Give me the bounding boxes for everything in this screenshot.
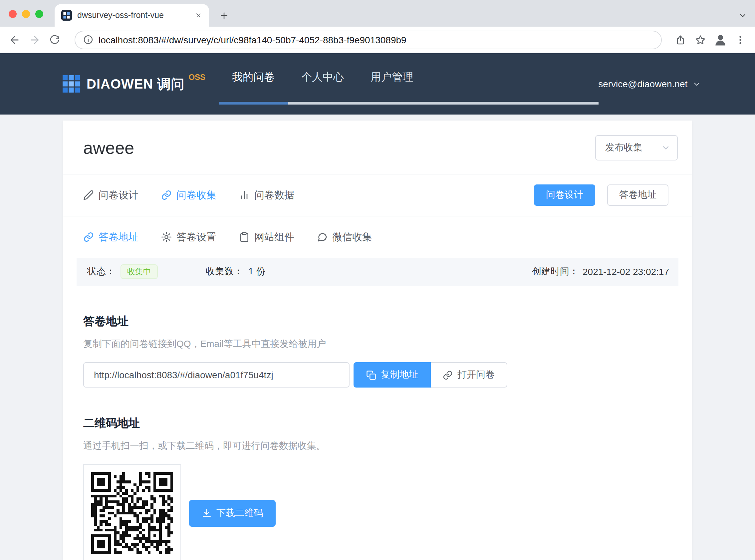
- subtab-site-widget[interactable]: 网站组件: [239, 231, 294, 243]
- browser-window: dwsurvey-oss-front-vue localhost:8083/#/…: [0, 0, 755, 560]
- tab-survey-design[interactable]: 问卷设计: [83, 189, 139, 201]
- qr-code: [83, 464, 181, 560]
- collect-count: 收集数： 1 份: [206, 266, 265, 278]
- tab-favicon-icon: [61, 10, 72, 21]
- zoom-window-button[interactable]: [35, 10, 43, 18]
- collect-count-value: 1 份: [248, 266, 265, 278]
- site-info-icon[interactable]: [83, 35, 93, 45]
- url-text: localhost:8083/#/dw/survey/c/url/c98fa14…: [99, 34, 406, 45]
- reload-button[interactable]: [45, 30, 64, 49]
- close-window-button[interactable]: [9, 10, 17, 18]
- tab-title: dwsurvey-oss-front-vue: [77, 11, 192, 20]
- answer-url-button[interactable]: 答卷地址: [607, 184, 669, 206]
- copy-icon: [366, 370, 376, 380]
- subtab-label: 答卷地址: [99, 231, 139, 243]
- publish-collect-select[interactable]: 发布收集: [595, 135, 678, 160]
- tab-search-chevron-icon[interactable]: [738, 11, 747, 20]
- brand-logo[interactable]: DIAOWEN 调问 OSS: [63, 53, 205, 115]
- select-value: 发布收集: [605, 142, 642, 154]
- brand-name: DIAOWEN 调问: [86, 75, 184, 93]
- card-header: aweee 发布收集: [63, 121, 692, 174]
- qr-heading: 二维码地址: [83, 416, 672, 431]
- chevron-down-icon: [692, 80, 701, 88]
- tab-survey-collect[interactable]: 问卷收集: [161, 189, 217, 201]
- created-time: 创建时间： 2021-12-02 23:02:17: [532, 266, 669, 278]
- gear-icon: [161, 232, 172, 242]
- subtab-label: 答卷设置: [177, 231, 217, 243]
- collect-subtab-row: 答卷地址 答卷设置 网站组件: [63, 216, 692, 258]
- diaowen-logo-icon: [63, 75, 80, 93]
- download-icon: [202, 508, 212, 518]
- pencil-icon: [83, 190, 94, 200]
- wechat-icon: [317, 232, 328, 242]
- nav-label: 用户管理: [370, 71, 413, 84]
- share-button[interactable]: [671, 30, 690, 49]
- url-button-group: 复制地址 打开问卷: [353, 362, 507, 387]
- chevron-down-icon: [661, 143, 670, 153]
- answer-url-section: 答卷地址 复制下面的问卷链接到QQ，Email等工具中直接发给被用户 复制地址: [63, 314, 692, 387]
- survey-card: aweee 发布收集 问卷设计: [63, 121, 692, 560]
- bookmark-star-button[interactable]: [691, 30, 710, 49]
- answer-url-row: 复制地址 打开问卷: [83, 362, 672, 387]
- nav-label: 我的问卷: [232, 71, 274, 84]
- subtab-label: 微信收集: [332, 231, 372, 243]
- brand-oss-badge: OSS: [188, 73, 205, 82]
- back-button[interactable]: [5, 30, 24, 49]
- new-tab-button[interactable]: [215, 6, 233, 25]
- subtab-answer-url[interactable]: 答卷地址: [83, 231, 139, 243]
- subtab-wechat-collect[interactable]: 微信收集: [317, 231, 372, 243]
- main-nav: 我的问卷 个人中心 用户管理: [219, 53, 598, 104]
- survey-title: aweee: [83, 138, 134, 158]
- profile-button[interactable]: [711, 30, 730, 49]
- forward-button[interactable]: [25, 30, 44, 49]
- qr-row: 下载二维码: [83, 464, 672, 560]
- survey-design-button[interactable]: 问卷设计: [534, 184, 595, 206]
- open-survey-label: 打开问卷: [457, 369, 495, 381]
- tab-label: 问卷收集: [177, 189, 217, 201]
- status-bar: 状态： 收集中 收集数： 1 份 创建时间： 2021-12-02 23:02:…: [77, 258, 678, 286]
- answer-url-description: 复制下面的问卷链接到QQ，Email等工具中直接发给被用户: [83, 338, 672, 350]
- address-bar[interactable]: localhost:8083/#/dw/survey/c/url/c98fa14…: [75, 30, 662, 49]
- open-survey-button[interactable]: 打开问卷: [431, 362, 507, 387]
- nav-item-user-management[interactable]: 用户管理: [357, 53, 426, 102]
- survey-tab-row: 问卷设计 问卷收集 问卷数据 问卷设计 答卷地址: [63, 175, 692, 216]
- browser-menu-button[interactable]: [731, 30, 750, 49]
- link-icon: [443, 370, 453, 380]
- tab-survey-data[interactable]: 问卷数据: [239, 189, 294, 201]
- collect-count-label: 收集数：: [206, 266, 243, 278]
- qr-description: 通过手机扫一扫，或下载二维码，即可进行问卷数据收集。: [83, 440, 672, 452]
- tab-strip: dwsurvey-oss-front-vue: [0, 0, 755, 27]
- download-qr-label: 下载二维码: [217, 507, 263, 519]
- window-controls: [9, 10, 43, 18]
- browser-tab[interactable]: dwsurvey-oss-front-vue: [55, 4, 209, 27]
- created-time-value: 2021-12-02 23:02:17: [583, 266, 669, 277]
- status-badge: 收集中: [121, 264, 158, 279]
- tab-close-icon[interactable]: [192, 9, 204, 21]
- answer-url-heading: 答卷地址: [83, 314, 672, 329]
- app-header: DIAOWEN 调问 OSS 我的问卷 个人中心 用户管理 service@di…: [0, 53, 755, 115]
- nav-item-personal-center[interactable]: 个人中心: [288, 53, 357, 102]
- subtab-answer-settings[interactable]: 答卷设置: [161, 231, 217, 243]
- user-email: service@diaowen.net: [598, 79, 688, 89]
- tab-label: 问卷数据: [254, 189, 294, 201]
- user-account-dropdown[interactable]: service@diaowen.net: [598, 53, 701, 115]
- tab-label: 问卷设计: [99, 189, 139, 201]
- widget-icon: [239, 232, 250, 242]
- subtab-label: 网站组件: [254, 231, 294, 243]
- minimize-window-button[interactable]: [22, 10, 30, 18]
- qr-section: 二维码地址 通过手机扫一扫，或下载二维码，即可进行问卷数据收集。 下载二维码: [63, 416, 692, 560]
- chart-icon: [239, 190, 250, 200]
- browser-toolbar: localhost:8083/#/dw/survey/c/url/c98fa14…: [0, 27, 755, 53]
- copy-url-label: 复制地址: [381, 369, 418, 381]
- link-icon: [161, 190, 172, 200]
- copy-url-button[interactable]: 复制地址: [353, 362, 431, 387]
- status-label: 状态：: [87, 266, 115, 278]
- download-qr-button[interactable]: 下载二维码: [189, 500, 276, 526]
- link-icon: [83, 232, 94, 242]
- nav-label: 个人中心: [301, 71, 344, 84]
- nav-item-my-surveys[interactable]: 我的问卷: [219, 53, 288, 102]
- page-background: aweee 发布收集 问卷设计: [0, 115, 755, 560]
- answer-url-input[interactable]: [83, 362, 349, 387]
- created-time-label: 创建时间：: [532, 266, 578, 278]
